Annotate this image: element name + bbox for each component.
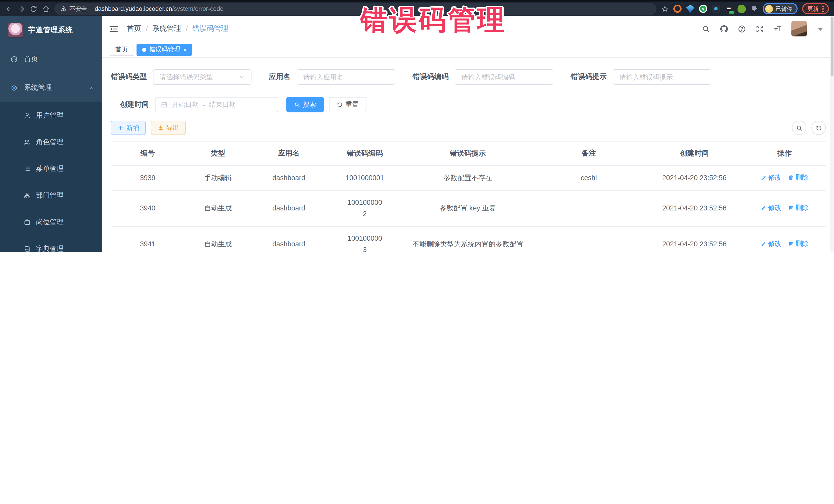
- export-button[interactable]: 导出: [151, 120, 186, 135]
- sidebar-item-首页[interactable]: 首页: [0, 45, 102, 73]
- sidebar-item-系统管理[interactable]: 系统管理: [0, 73, 102, 102]
- error-code-table: 编号类型应用名错误码编码错误码提示备注创建时间操作 3939手动编辑dashbo…: [111, 141, 826, 252]
- tab-label: 首页: [115, 45, 128, 54]
- github-icon[interactable]: [720, 24, 728, 33]
- edit-link[interactable]: 修改: [760, 172, 782, 183]
- app-logo-row: 芋道管理系统: [0, 16, 102, 45]
- site-security-chip[interactable]: 不安全: [61, 5, 87, 13]
- breadcrumb-item[interactable]: 首页: [127, 24, 141, 34]
- row-id: 3941: [111, 226, 184, 252]
- browser-reload-icon[interactable]: [30, 5, 38, 13]
- show-search-toggle-button[interactable]: [792, 120, 806, 135]
- row-time: 2021-04-20 23:52:56: [645, 166, 743, 191]
- browser-forward-icon[interactable]: [18, 5, 25, 13]
- extension-icon[interactable]: on☰: [725, 5, 733, 13]
- extensions-puzzle-icon[interactable]: [750, 5, 758, 13]
- row-actions: 修改删除: [743, 191, 826, 226]
- close-tab-icon[interactable]: ×: [183, 46, 186, 52]
- column-header-错误码提示: 错误码提示: [403, 141, 532, 166]
- sidebar-item-label: 系统管理: [24, 83, 52, 92]
- trash-icon: [788, 205, 794, 211]
- reset-button[interactable]: 重置: [329, 97, 367, 112]
- extension-icon[interactable]: [673, 5, 682, 13]
- create-time-range-picker[interactable]: 开始日期 - 结束日期: [155, 97, 278, 112]
- breadcrumb-separator: /: [186, 25, 188, 33]
- table-row: 3941自动生成dashboard100100000 3不能删除类型为系统内置的…: [111, 226, 826, 252]
- browser-toolbar: 不安全 dashboard.yudao.iocoder.cn/system/er…: [0, 0, 834, 16]
- row-code: 1001000001: [326, 166, 403, 191]
- app-logo: [8, 23, 23, 38]
- row-msg: 参数配置 key 重复: [403, 191, 532, 226]
- tab-错误码管理[interactable]: 错误码管理×: [136, 43, 192, 56]
- fullscreen-icon[interactable]: [755, 24, 764, 33]
- sidebar-item-label: 部门管理: [36, 191, 64, 200]
- add-button[interactable]: 新增: [111, 120, 146, 135]
- edit-link-label: 修改: [768, 172, 782, 183]
- browser-menu-icon[interactable]: [822, 5, 824, 12]
- sidebar-item-角色管理[interactable]: 角色管理: [0, 129, 102, 155]
- row-app: dashboard: [251, 191, 326, 226]
- sidebar-item-部门管理[interactable]: 部门管理: [0, 182, 102, 209]
- search-button[interactable]: 搜索: [286, 97, 324, 112]
- refresh-table-button[interactable]: [811, 120, 826, 135]
- calendar-icon: [161, 101, 168, 108]
- font-size-icon[interactable]: [773, 24, 782, 33]
- edit-link[interactable]: 修改: [760, 202, 782, 214]
- error-type-select[interactable]: 请选择错误码类型: [153, 69, 251, 85]
- breadcrumb-item-current: 错误码管理: [193, 24, 228, 34]
- page-scrollbar[interactable]: [830, 16, 834, 252]
- extension-icon[interactable]: [738, 5, 746, 13]
- user-icon: [24, 112, 31, 119]
- topbar: 首页 / 系统管理 / 错误码管理: [102, 16, 834, 42]
- edit-link[interactable]: 修改: [760, 238, 782, 249]
- error-msg-input[interactable]: [613, 69, 711, 85]
- row-code: 100100000 2: [326, 191, 403, 226]
- error-code-input[interactable]: [455, 69, 553, 85]
- delete-link[interactable]: 删除: [788, 238, 809, 249]
- profile-avatar: [765, 5, 773, 13]
- sidebar-item-岗位管理[interactable]: 岗位管理: [0, 209, 102, 236]
- error-type-placeholder: 请选择错误码类型: [160, 72, 213, 82]
- app-name-input[interactable]: [297, 69, 395, 85]
- user-avatar[interactable]: [791, 21, 807, 37]
- plus-icon: [117, 125, 124, 131]
- extension-icon[interactable]: [686, 5, 695, 13]
- sidebar-item-字典管理[interactable]: 字典管理: [0, 236, 102, 252]
- pencil-icon: [760, 205, 767, 211]
- dashboard-icon: [10, 55, 18, 63]
- search-icon: [294, 102, 300, 108]
- badge-icon: [24, 219, 31, 226]
- row-code: 100100000 3: [326, 226, 403, 252]
- sidebar-item-用户管理[interactable]: 用户管理: [0, 102, 102, 129]
- delete-link-label: 删除: [795, 172, 809, 183]
- extension-icon[interactable]: y: [699, 5, 707, 13]
- delete-link[interactable]: 删除: [788, 172, 809, 183]
- extension-icon[interactable]: [712, 5, 720, 13]
- browser-profile-chip[interactable]: 已暂停: [763, 3, 797, 14]
- row-type: 自动生成: [184, 191, 251, 226]
- sidebar-item-label: 字典管理: [36, 244, 64, 252]
- collapse-sidebar-icon[interactable]: [109, 24, 118, 34]
- app-title: 芋道管理系统: [28, 26, 73, 35]
- breadcrumb-item[interactable]: 系统管理: [152, 24, 181, 34]
- sidebar-submenu: 用户管理角色管理菜单管理部门管理岗位管理字典管理通知公告审计日志在线用户短信管理…: [0, 102, 102, 252]
- help-icon[interactable]: [738, 24, 746, 33]
- address-bar[interactable]: 不安全 dashboard.yudao.iocoder.cn/system/er…: [54, 3, 656, 15]
- url-host: dashboard.yudao.iocoder.cn: [95, 5, 172, 12]
- column-header-错误码编码: 错误码编码: [326, 141, 403, 166]
- header-search-icon[interactable]: [702, 24, 710, 33]
- browser-back-icon[interactable]: [5, 5, 13, 13]
- delete-link[interactable]: 删除: [788, 202, 809, 214]
- sidebar-item-菜单管理[interactable]: 菜单管理: [0, 155, 102, 182]
- scrollbar-thumb[interactable]: [831, 17, 833, 76]
- table-row: 3939手动编辑dashboard1001000001参数配置不存在ceshi2…: [111, 166, 826, 191]
- tab-首页[interactable]: 首页: [110, 43, 133, 56]
- row-memo: ceshi: [532, 166, 646, 191]
- browser-update-button[interactable]: 更新: [802, 3, 829, 14]
- trash-icon: [788, 240, 794, 247]
- tree-icon: [24, 192, 31, 199]
- bookmark-star-icon[interactable]: [661, 5, 669, 13]
- row-type: 自动生成: [184, 226, 251, 252]
- browser-home-icon[interactable]: [42, 5, 50, 13]
- avatar-caret-icon[interactable]: [816, 24, 825, 33]
